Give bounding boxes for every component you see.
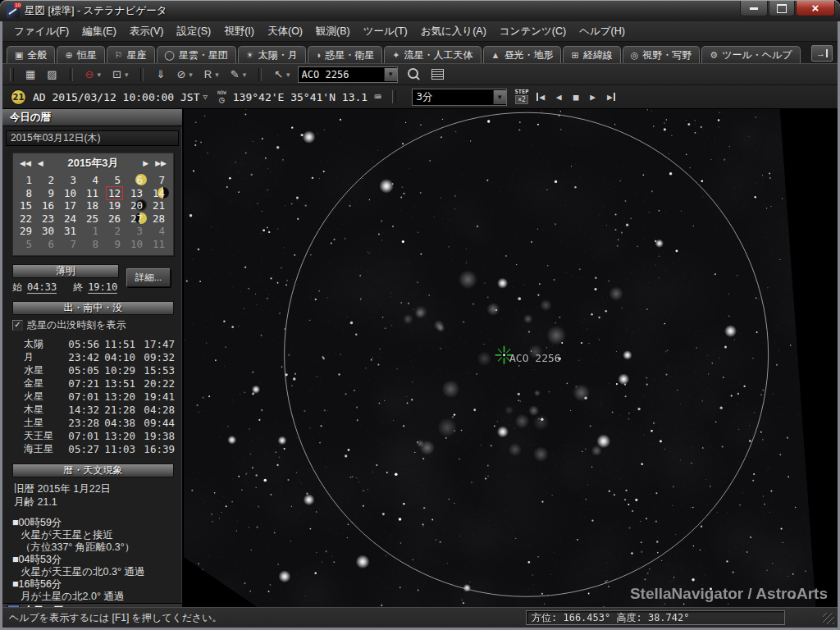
toolbar-tab-5[interactable]: ☀太陽・月 [238, 46, 306, 63]
menu-item-10[interactable]: コンテンツ(C) [493, 22, 573, 41]
toolbar-tab-9[interactable]: ⊞経緯線 [563, 46, 620, 63]
object-select-menu-button[interactable]: ↖▾ [268, 66, 295, 83]
calendar-day-16[interactable]: 16 [39, 199, 61, 212]
calendar-day-29[interactable]: 29 [16, 225, 39, 238]
calendar-day-11-adjacent[interactable]: 11 [149, 238, 171, 251]
menu-item-7[interactable]: 観測(B) [309, 22, 357, 41]
calendar-day-2-adjacent[interactable]: 2 [105, 225, 127, 238]
draw-erase-button[interactable]: ✎▾ [225, 66, 252, 83]
calendar-day-4[interactable]: 4 [83, 174, 105, 187]
time-step-value[interactable]: 3分 [413, 90, 493, 104]
calendar-prev-year-button[interactable]: ◀◀ [16, 159, 34, 167]
search-dropdown-button[interactable]: ▼ [384, 68, 397, 81]
calendar-day-25[interactable]: 25 [83, 212, 105, 226]
object-list-icon[interactable] [431, 69, 444, 80]
skip-to-end-button[interactable]: ▶ [607, 92, 615, 103]
resize-grip[interactable] [823, 613, 834, 624]
menu-item-11[interactable]: ヘルプ(H) [573, 22, 632, 41]
calendar-day-4-adjacent[interactable]: 4 [149, 225, 171, 238]
calendar-day-12[interactable]: 12 [105, 187, 127, 200]
toolbar-tab-6[interactable]: ◑惑星・衛星 [308, 46, 383, 63]
calendar-day-21[interactable]: 21 [149, 199, 171, 212]
search-input[interactable] [299, 69, 384, 80]
calendar-day-20[interactable]: 20 [127, 199, 149, 212]
calendar-day-13[interactable]: 13 [127, 187, 149, 200]
menu-item-6[interactable]: 天体(O) [261, 22, 309, 41]
dropdown-arrow-icon[interactable]: ▾ [215, 71, 219, 79]
star-chart-canvas[interactable] [184, 109, 838, 607]
step-backward-button[interactable]: ◀ [556, 92, 562, 103]
compass-direction-button[interactable]: ⊘▾ [171, 66, 198, 83]
toolbar-tab-8[interactable]: ▲昼光・地形 [483, 46, 562, 63]
twilight-end-time[interactable]: 19:10 [88, 281, 117, 294]
toolbar-tab-3[interactable]: ⚐星座 [107, 46, 155, 63]
toolbar-tab-11[interactable]: ⚙ツール・ヘルプ [701, 46, 800, 63]
calendar-day-3[interactable]: 3 [61, 174, 83, 187]
toolbar-grip[interactable] [10, 68, 14, 81]
calendar-prev-month-button[interactable]: ◀ [34, 159, 47, 167]
dropdown-arrow-icon[interactable]: ▾ [286, 71, 290, 79]
calendar-day-6[interactable]: 6 [127, 174, 149, 187]
calendar-day-23[interactable]: 23 [39, 212, 61, 226]
menu-item-1[interactable]: ファイル(F) [7, 22, 75, 41]
set-now-button[interactable]: NOW ◷ [217, 90, 226, 104]
calendar-day-27[interactable]: 27 [127, 212, 149, 226]
pin-toolbar-button[interactable]: → [811, 45, 833, 62]
calendar-day-6-adjacent[interactable]: 6 [39, 238, 61, 251]
photo-frame-button[interactable]: ⊡▾ [107, 66, 134, 83]
minimize-button[interactable] [740, 1, 768, 16]
stop-button[interactable]: ■ [573, 92, 579, 103]
calendar-day-7[interactable]: 7 [149, 174, 171, 187]
search-icon[interactable] [408, 68, 418, 79]
timebar-grip[interactable] [392, 90, 396, 103]
calendar-day-19[interactable]: 19 [105, 199, 127, 212]
menu-item-3[interactable]: 表示(V) [123, 22, 171, 41]
twilight-detail-button[interactable]: 詳細... [126, 268, 171, 287]
calendar-day-2[interactable]: 2 [39, 174, 61, 187]
dropdown-arrow-icon[interactable]: ▾ [98, 71, 102, 79]
calendar-day-8-adjacent[interactable]: 8 [83, 238, 105, 251]
almanac-panel-button[interactable]: ▦ [20, 66, 41, 83]
step-forward-button[interactable]: ▶ [590, 92, 596, 103]
twilight-begin-time[interactable]: 04:33 [27, 281, 57, 294]
toolbar-tab-10[interactable]: ◎視野・写野 [623, 46, 701, 63]
menu-item-2[interactable]: 編集(E) [75, 22, 123, 41]
calendar-day-10-adjacent[interactable]: 10 [127, 238, 149, 251]
maximize-button[interactable] [769, 1, 795, 16]
calendar-day-18[interactable]: 18 [83, 199, 105, 212]
stamp-mode-button[interactable]: ▨ [41, 66, 62, 83]
calendar-day-5-adjacent[interactable]: 5 [16, 238, 39, 251]
download-data-button[interactable]: ⇓ [150, 66, 171, 83]
calendar-day-3-adjacent[interactable]: 3 [127, 225, 149, 238]
planet-times-checkbox[interactable]: ✓ [12, 320, 23, 331]
calendar-day-31[interactable]: 31 [61, 225, 83, 238]
toolbar-tab-1[interactable]: ▣全般 [7, 46, 55, 63]
datetime-value[interactable]: 2015/03/12 10:00:00 [52, 91, 174, 103]
calendar-day-9-adjacent[interactable]: 9 [105, 238, 127, 251]
calendar-day-22[interactable]: 22 [16, 212, 39, 226]
star-label-button[interactable]: R▾ [199, 66, 225, 83]
timezone-caret-icon[interactable]: ▽ [203, 93, 208, 101]
calendar-day-10[interactable]: 10 [61, 187, 83, 200]
skip-to-start-button[interactable]: ◀ [536, 92, 545, 103]
calendar-day-30[interactable]: 30 [39, 225, 61, 238]
step-multiplier-button[interactable]: STEP ×2 [515, 89, 529, 104]
close-button[interactable]: × [796, 1, 835, 16]
menu-item-8[interactable]: ツール(T) [357, 22, 414, 41]
calendar-day-15[interactable]: 15 [16, 199, 39, 212]
toolbar-tab-2[interactable]: ⊕恒星 [57, 46, 104, 63]
dropdown-arrow-icon[interactable]: ▾ [189, 71, 193, 79]
calendar-day-17[interactable]: 17 [61, 199, 83, 212]
calendar-day-1-adjacent[interactable]: 1 [83, 225, 105, 238]
calendar-day-9[interactable]: 9 [39, 187, 61, 200]
menu-item-9[interactable]: お気に入り(A) [414, 22, 493, 41]
calendar-day-1[interactable]: 1 [16, 174, 39, 187]
calendar-next-month-button[interactable]: ▶ [139, 159, 152, 167]
toolbar-tab-4[interactable]: ◯星雲・星団 [157, 46, 236, 63]
horizon-display-button[interactable]: ⊖▾ [80, 66, 107, 83]
toolbar-tab-7[interactable]: ✦流星・人工天体 [384, 46, 481, 63]
calendar-day-28[interactable]: 28 [149, 212, 171, 226]
location-coordinates[interactable]: 139°42'E 35°41'N 13.1 [233, 91, 368, 103]
dropdown-arrow-icon[interactable]: ▾ [125, 71, 129, 79]
dropdown-arrow-icon[interactable]: ▾ [243, 71, 247, 79]
